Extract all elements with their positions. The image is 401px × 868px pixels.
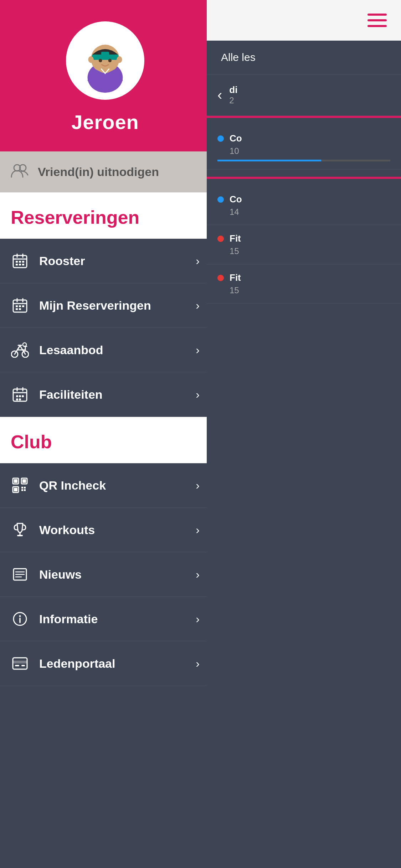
progress-bar-container xyxy=(217,160,390,161)
faciliteiten-label: Faciliteiten xyxy=(39,388,186,402)
reserveringen-section-header: Reserveringen xyxy=(0,192,210,239)
svg-rect-57 xyxy=(24,487,26,489)
chevron-right-icon: › xyxy=(196,343,200,357)
hamburger-line-2 xyxy=(367,19,387,21)
schedule-item-co-14[interactable]: Co 14 xyxy=(207,186,401,225)
svg-rect-71 xyxy=(15,665,19,666)
qr-icon xyxy=(11,476,29,495)
menu-item-rooster[interactable]: Rooster › xyxy=(0,239,210,283)
menu-item-workouts[interactable]: Workouts › xyxy=(0,508,210,552)
menu-item-nieuws[interactable]: Nieuws › xyxy=(0,552,210,597)
avatar xyxy=(66,21,144,100)
svg-rect-5 xyxy=(101,52,109,55)
status-dot-red-1 xyxy=(217,236,224,242)
schedule-item-co-10[interactable]: Co 10 xyxy=(207,125,401,170)
card-icon xyxy=(11,654,29,673)
chevron-right-icon: › xyxy=(196,523,200,537)
menu-item-mijn-reserveringen[interactable]: Mijn Reserveringen › xyxy=(0,283,210,328)
svg-point-46 xyxy=(19,395,21,397)
status-dot-blue xyxy=(217,135,224,142)
class-time-15a: 15 xyxy=(230,246,390,256)
info-icon xyxy=(11,610,29,628)
svg-rect-51 xyxy=(14,479,17,483)
chevron-right-icon: › xyxy=(196,613,200,626)
svg-point-49 xyxy=(19,398,21,401)
invite-text: Vriend(in) uitnodigen xyxy=(38,165,159,179)
svg-point-9 xyxy=(108,59,112,62)
schedule-item-fit-15b[interactable]: Fit 15 xyxy=(207,264,401,304)
menu-item-ledenportaal[interactable]: Ledenportaal › xyxy=(0,641,210,686)
date-info: di 2 xyxy=(229,84,237,105)
svg-rect-70 xyxy=(13,661,27,663)
svg-rect-26 xyxy=(16,305,18,307)
alle-les-text: Alle les xyxy=(221,51,256,63)
date-abbr: di xyxy=(229,84,237,95)
news-icon xyxy=(11,565,29,584)
qr-incheck-label: QR Incheck xyxy=(39,479,186,492)
prev-date-button[interactable]: ‹ xyxy=(217,87,222,103)
lesaanbod-label: Lesaanbod xyxy=(39,343,186,357)
svg-point-6 xyxy=(88,56,94,63)
svg-point-67 xyxy=(19,615,21,617)
svg-point-47 xyxy=(22,395,24,397)
ledenportaal-label: Ledenportaal xyxy=(39,657,186,671)
nieuws-label: Nieuws xyxy=(39,568,186,582)
mijn-reserveringen-label: Mijn Reserveringen xyxy=(39,299,186,312)
profile-name: Jeroen xyxy=(71,110,139,134)
date-navigation: ‹ di 2 xyxy=(207,74,401,116)
menu-item-qr-incheck[interactable]: QR Incheck › xyxy=(0,463,210,508)
hamburger-area xyxy=(207,0,401,41)
menu-item-faciliteiten[interactable]: Faciliteiten › xyxy=(0,372,210,417)
class-time-10: 10 xyxy=(230,146,390,156)
svg-rect-19 xyxy=(16,264,18,265)
invite-icon xyxy=(11,163,29,181)
profile-header: Jeroen xyxy=(0,0,210,151)
date-num: 2 xyxy=(229,95,237,105)
svg-rect-72 xyxy=(21,665,25,666)
class-time-15b: 15 xyxy=(230,285,390,295)
club-section-header: Club xyxy=(0,417,210,463)
facilities-icon xyxy=(11,385,29,404)
chevron-right-icon: › xyxy=(196,299,200,312)
class-name-co: Co xyxy=(230,133,242,144)
club-title: Club xyxy=(11,432,52,452)
hamburger-button[interactable] xyxy=(367,14,387,27)
svg-rect-27 xyxy=(19,305,21,307)
svg-line-36 xyxy=(17,346,20,350)
class-name-fit-1: Fit xyxy=(230,233,241,244)
svg-rect-29 xyxy=(16,308,18,310)
invite-bar[interactable]: Vriend(in) uitnodigen xyxy=(0,151,210,192)
chevron-right-icon: › xyxy=(196,568,200,581)
schedule-item-fit-15[interactable]: Fit 15 xyxy=(207,225,401,264)
svg-rect-20 xyxy=(19,264,21,265)
svg-rect-59 xyxy=(24,489,26,491)
svg-rect-17 xyxy=(19,261,21,263)
trophy-icon xyxy=(11,521,29,539)
bike-icon xyxy=(11,341,29,359)
svg-rect-56 xyxy=(21,487,23,489)
svg-rect-16 xyxy=(16,261,18,263)
chevron-right-icon: › xyxy=(196,479,200,492)
svg-rect-30 xyxy=(19,308,21,310)
class-name-co-2: Co xyxy=(230,194,242,205)
menu-item-informatie[interactable]: Informatie › xyxy=(0,597,210,641)
svg-point-45 xyxy=(16,395,18,397)
calendar-icon-2 xyxy=(11,296,29,315)
calendar-icon xyxy=(11,252,29,270)
svg-rect-58 xyxy=(21,489,23,491)
svg-point-48 xyxy=(16,398,18,401)
informatie-label: Informatie xyxy=(39,612,186,626)
right-panel: Alle les ‹ di 2 Co 10 Co xyxy=(207,0,401,868)
schedule-section-1: Co 10 xyxy=(207,118,401,177)
svg-point-7 xyxy=(117,56,122,63)
menu-item-lesaanbod[interactable]: Lesaanbod › xyxy=(0,328,210,372)
chevron-right-icon: › xyxy=(196,388,200,401)
workouts-label: Workouts xyxy=(39,523,186,537)
hamburger-line-1 xyxy=(367,14,387,16)
svg-rect-21 xyxy=(22,264,24,265)
svg-rect-55 xyxy=(14,488,17,491)
svg-rect-28 xyxy=(22,305,24,307)
svg-rect-18 xyxy=(22,261,24,263)
progress-bar-fill xyxy=(217,160,321,161)
status-dot-red-2 xyxy=(217,275,224,281)
